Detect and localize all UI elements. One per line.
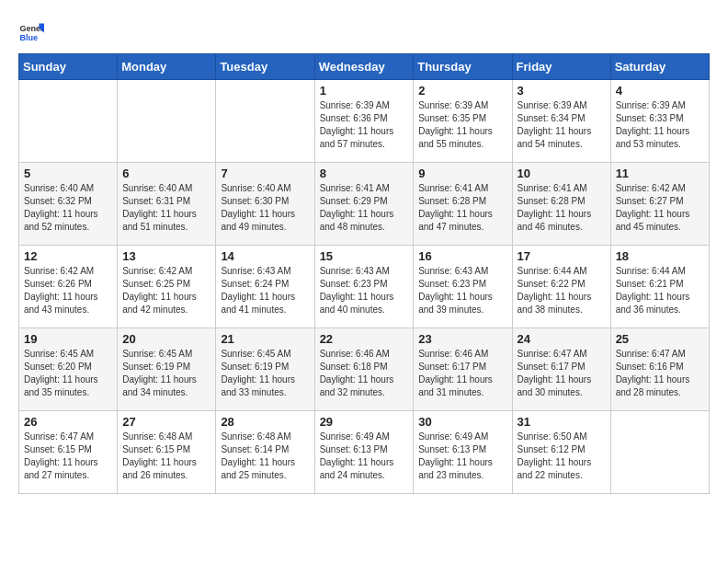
day-number: 23 bbox=[418, 332, 506, 346]
day-info: Sunrise: 6:43 AM Sunset: 6:24 PM Dayligh… bbox=[221, 265, 309, 316]
day-number: 25 bbox=[616, 332, 704, 346]
day-info: Sunrise: 6:41 AM Sunset: 6:28 PM Dayligh… bbox=[518, 182, 606, 234]
calendar-cell-7: 7Sunrise: 6:40 AM Sunset: 6:30 PM Daylig… bbox=[216, 163, 314, 246]
calendar-week-2: 5Sunrise: 6:40 AM Sunset: 6:32 PM Daylig… bbox=[19, 163, 710, 246]
day-number: 18 bbox=[616, 249, 704, 263]
calendar-cell-24: 24Sunrise: 6:47 AM Sunset: 6:17 PM Dayli… bbox=[512, 328, 610, 411]
day-number: 31 bbox=[518, 415, 606, 429]
day-info: Sunrise: 6:44 AM Sunset: 6:21 PM Dayligh… bbox=[616, 265, 704, 316]
day-number: 6 bbox=[122, 167, 210, 180]
calendar-week-5: 26Sunrise: 6:47 AM Sunset: 6:15 PM Dayli… bbox=[19, 411, 710, 494]
day-info: Sunrise: 6:50 AM Sunset: 6:12 PM Dayligh… bbox=[518, 431, 606, 482]
day-number: 3 bbox=[518, 84, 606, 98]
calendar-cell-empty bbox=[118, 80, 216, 163]
day-number: 2 bbox=[418, 84, 506, 98]
day-number: 28 bbox=[221, 415, 309, 429]
calendar-cell-10: 10Sunrise: 6:41 AM Sunset: 6:28 PM Dayli… bbox=[512, 163, 610, 246]
calendar-cell-empty bbox=[216, 80, 314, 163]
day-info: Sunrise: 6:43 AM Sunset: 6:23 PM Dayligh… bbox=[418, 265, 506, 316]
calendar-table: SundayMondayTuesdayWednesdayThursdayFrid… bbox=[18, 53, 710, 494]
calendar-cell-21: 21Sunrise: 6:45 AM Sunset: 6:19 PM Dayli… bbox=[216, 328, 314, 411]
calendar-cell-25: 25Sunrise: 6:47 AM Sunset: 6:16 PM Dayli… bbox=[610, 328, 709, 411]
calendar-cell-9: 9Sunrise: 6:41 AM Sunset: 6:28 PM Daylig… bbox=[414, 163, 512, 246]
day-info: Sunrise: 6:48 AM Sunset: 6:15 PM Dayligh… bbox=[122, 431, 210, 482]
calendar-cell-4: 4Sunrise: 6:39 AM Sunset: 6:33 PM Daylig… bbox=[610, 80, 709, 163]
day-info: Sunrise: 6:46 AM Sunset: 6:18 PM Dayligh… bbox=[320, 348, 409, 399]
calendar-week-1: 1Sunrise: 6:39 AM Sunset: 6:36 PM Daylig… bbox=[19, 80, 710, 163]
day-number: 16 bbox=[418, 249, 506, 263]
calendar-cell-2: 2Sunrise: 6:39 AM Sunset: 6:35 PM Daylig… bbox=[414, 80, 512, 163]
day-info: Sunrise: 6:44 AM Sunset: 6:22 PM Dayligh… bbox=[518, 265, 606, 316]
calendar-cell-3: 3Sunrise: 6:39 AM Sunset: 6:34 PM Daylig… bbox=[512, 80, 610, 163]
calendar-cell-15: 15Sunrise: 6:43 AM Sunset: 6:23 PM Dayli… bbox=[314, 246, 414, 328]
day-info: Sunrise: 6:40 AM Sunset: 6:31 PM Dayligh… bbox=[122, 182, 210, 234]
day-info: Sunrise: 6:40 AM Sunset: 6:32 PM Dayligh… bbox=[24, 182, 112, 234]
day-info: Sunrise: 6:47 AM Sunset: 6:16 PM Dayligh… bbox=[616, 348, 704, 399]
day-number: 10 bbox=[518, 167, 606, 180]
calendar-cell-26: 26Sunrise: 6:47 AM Sunset: 6:15 PM Dayli… bbox=[19, 411, 118, 494]
day-number: 5 bbox=[24, 167, 112, 180]
day-info: Sunrise: 6:45 AM Sunset: 6:19 PM Dayligh… bbox=[122, 348, 210, 399]
calendar-header-wednesday: Wednesday bbox=[314, 54, 414, 80]
calendar-cell-13: 13Sunrise: 6:42 AM Sunset: 6:25 PM Dayli… bbox=[118, 246, 216, 328]
day-number: 14 bbox=[221, 249, 309, 263]
calendar-cell-23: 23Sunrise: 6:46 AM Sunset: 6:17 PM Dayli… bbox=[414, 328, 512, 411]
day-info: Sunrise: 6:45 AM Sunset: 6:19 PM Dayligh… bbox=[221, 348, 309, 399]
day-number: 12 bbox=[24, 249, 112, 263]
day-number: 15 bbox=[320, 249, 409, 263]
day-number: 17 bbox=[518, 249, 606, 263]
day-info: Sunrise: 6:47 AM Sunset: 6:17 PM Dayligh… bbox=[518, 348, 606, 399]
day-info: Sunrise: 6:42 AM Sunset: 6:26 PM Dayligh… bbox=[24, 265, 112, 316]
calendar-week-3: 12Sunrise: 6:42 AM Sunset: 6:26 PM Dayli… bbox=[19, 246, 710, 328]
day-info: Sunrise: 6:47 AM Sunset: 6:15 PM Dayligh… bbox=[24, 431, 112, 482]
calendar-header-row: SundayMondayTuesdayWednesdayThursdayFrid… bbox=[19, 54, 710, 80]
day-info: Sunrise: 6:49 AM Sunset: 6:13 PM Dayligh… bbox=[418, 431, 506, 482]
day-number: 24 bbox=[518, 332, 606, 346]
day-number: 29 bbox=[320, 415, 409, 429]
day-number: 11 bbox=[616, 167, 704, 180]
calendar-cell-16: 16Sunrise: 6:43 AM Sunset: 6:23 PM Dayli… bbox=[414, 246, 512, 328]
calendar-cell-20: 20Sunrise: 6:45 AM Sunset: 6:19 PM Dayli… bbox=[118, 328, 216, 411]
calendar-cell-18: 18Sunrise: 6:44 AM Sunset: 6:21 PM Dayli… bbox=[610, 246, 709, 328]
calendar-cell-14: 14Sunrise: 6:43 AM Sunset: 6:24 PM Dayli… bbox=[216, 246, 314, 328]
calendar-cell-31: 31Sunrise: 6:50 AM Sunset: 6:12 PM Dayli… bbox=[512, 411, 610, 494]
calendar-cell-empty bbox=[19, 80, 118, 163]
calendar-cell-30: 30Sunrise: 6:49 AM Sunset: 6:13 PM Dayli… bbox=[414, 411, 512, 494]
calendar-header-friday: Friday bbox=[512, 54, 610, 80]
page-header: General Blue bbox=[18, 18, 710, 44]
day-info: Sunrise: 6:39 AM Sunset: 6:33 PM Dayligh… bbox=[616, 99, 704, 151]
calendar-cell-empty bbox=[610, 411, 709, 494]
day-info: Sunrise: 6:41 AM Sunset: 6:28 PM Dayligh… bbox=[418, 182, 506, 234]
day-number: 27 bbox=[122, 415, 210, 429]
calendar-header-monday: Monday bbox=[118, 54, 216, 80]
day-info: Sunrise: 6:39 AM Sunset: 6:36 PM Dayligh… bbox=[320, 99, 409, 151]
day-number: 1 bbox=[320, 84, 409, 98]
day-info: Sunrise: 6:43 AM Sunset: 6:23 PM Dayligh… bbox=[320, 265, 409, 316]
day-info: Sunrise: 6:48 AM Sunset: 6:14 PM Dayligh… bbox=[221, 431, 309, 482]
calendar-cell-29: 29Sunrise: 6:49 AM Sunset: 6:13 PM Dayli… bbox=[314, 411, 414, 494]
calendar-header-tuesday: Tuesday bbox=[216, 54, 314, 80]
calendar-cell-11: 11Sunrise: 6:42 AM Sunset: 6:27 PM Dayli… bbox=[610, 163, 709, 246]
day-info: Sunrise: 6:39 AM Sunset: 6:35 PM Dayligh… bbox=[418, 99, 506, 151]
day-info: Sunrise: 6:40 AM Sunset: 6:30 PM Dayligh… bbox=[221, 182, 309, 234]
day-number: 8 bbox=[320, 167, 409, 180]
calendar-header-sunday: Sunday bbox=[19, 54, 118, 80]
day-info: Sunrise: 6:42 AM Sunset: 6:25 PM Dayligh… bbox=[122, 265, 210, 316]
calendar-header-saturday: Saturday bbox=[610, 54, 709, 80]
calendar-cell-27: 27Sunrise: 6:48 AM Sunset: 6:15 PM Dayli… bbox=[118, 411, 216, 494]
day-number: 4 bbox=[616, 84, 704, 98]
calendar-cell-12: 12Sunrise: 6:42 AM Sunset: 6:26 PM Dayli… bbox=[19, 246, 118, 328]
day-info: Sunrise: 6:39 AM Sunset: 6:34 PM Dayligh… bbox=[518, 99, 606, 151]
calendar-cell-17: 17Sunrise: 6:44 AM Sunset: 6:22 PM Dayli… bbox=[512, 246, 610, 328]
calendar-header-thursday: Thursday bbox=[414, 54, 512, 80]
day-number: 13 bbox=[122, 249, 210, 263]
day-number: 19 bbox=[24, 332, 112, 346]
svg-text:Blue: Blue bbox=[19, 33, 38, 42]
day-number: 30 bbox=[418, 415, 506, 429]
day-info: Sunrise: 6:45 AM Sunset: 6:20 PM Dayligh… bbox=[24, 348, 112, 399]
logo: General Blue bbox=[18, 18, 48, 44]
calendar-cell-19: 19Sunrise: 6:45 AM Sunset: 6:20 PM Dayli… bbox=[19, 328, 118, 411]
day-number: 9 bbox=[418, 167, 506, 180]
day-number: 20 bbox=[122, 332, 210, 346]
calendar-cell-6: 6Sunrise: 6:40 AM Sunset: 6:31 PM Daylig… bbox=[118, 163, 216, 246]
